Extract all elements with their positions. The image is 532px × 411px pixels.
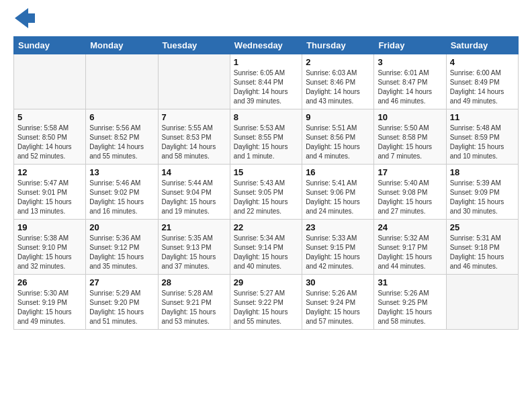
day-info: Sunrise: 5:27 AM Sunset: 9:22 PM Dayligh…: [234, 289, 298, 326]
day-number: 6: [89, 112, 154, 122]
day-info: Sunrise: 5:48 AM Sunset: 8:59 PM Dayligh…: [450, 124, 515, 161]
day-info: Sunrise: 6:03 AM Sunset: 8:46 PM Dayligh…: [306, 68, 370, 106]
day-number: 26: [17, 277, 82, 287]
svg-marker-0: [15, 8, 35, 28]
calendar-cell: [86, 54, 158, 109]
calendar-cell: 13Sunrise: 5:46 AM Sunset: 9:02 PM Dayli…: [86, 165, 158, 220]
day-number: 14: [162, 167, 226, 177]
day-number: 19: [17, 222, 82, 232]
calendar-week-3: 12Sunrise: 5:47 AM Sunset: 9:01 PM Dayli…: [14, 165, 519, 220]
calendar-cell: 9Sunrise: 5:51 AM Sunset: 8:56 PM Daylig…: [302, 109, 374, 165]
day-info: Sunrise: 5:26 AM Sunset: 9:25 PM Dayligh…: [378, 289, 442, 326]
day-number: 17: [378, 167, 442, 177]
day-info: Sunrise: 5:58 AM Sunset: 8:50 PM Dayligh…: [17, 124, 82, 161]
calendar-cell: 25Sunrise: 5:31 AM Sunset: 9:18 PM Dayli…: [446, 220, 518, 275]
calendar-cell: 24Sunrise: 5:32 AM Sunset: 9:17 PM Dayli…: [374, 220, 446, 275]
day-number: 13: [89, 167, 154, 177]
calendar-cell: 19Sunrise: 5:38 AM Sunset: 9:10 PM Dayli…: [14, 220, 86, 275]
day-info: Sunrise: 5:50 AM Sunset: 8:58 PM Dayligh…: [378, 124, 442, 161]
day-info: Sunrise: 5:46 AM Sunset: 9:02 PM Dayligh…: [89, 179, 154, 216]
logo-arrow-icon: [15, 8, 35, 28]
col-header-wednesday: Wednesday: [230, 37, 302, 54]
day-number: 29: [234, 277, 298, 287]
day-number: 18: [450, 167, 515, 177]
day-number: 11: [450, 112, 515, 122]
day-number: 15: [234, 167, 298, 177]
calendar-cell: 12Sunrise: 5:47 AM Sunset: 9:01 PM Dayli…: [14, 165, 86, 220]
day-number: 10: [378, 112, 442, 122]
day-number: 16: [306, 167, 370, 177]
day-info: Sunrise: 5:35 AM Sunset: 9:13 PM Dayligh…: [162, 234, 226, 271]
calendar-week-5: 26Sunrise: 5:30 AM Sunset: 9:19 PM Dayli…: [14, 275, 519, 330]
calendar-cell: 10Sunrise: 5:50 AM Sunset: 8:58 PM Dayli…: [374, 109, 446, 165]
day-info: Sunrise: 6:05 AM Sunset: 8:44 PM Dayligh…: [234, 68, 298, 106]
day-number: 21: [162, 222, 226, 232]
day-number: 27: [89, 277, 154, 287]
calendar-cell: 5Sunrise: 5:58 AM Sunset: 8:50 PM Daylig…: [14, 109, 86, 165]
day-info: Sunrise: 5:40 AM Sunset: 9:08 PM Dayligh…: [378, 179, 442, 216]
day-info: Sunrise: 6:01 AM Sunset: 8:47 PM Dayligh…: [378, 68, 442, 106]
calendar-cell: 17Sunrise: 5:40 AM Sunset: 9:08 PM Dayli…: [374, 165, 446, 220]
day-info: Sunrise: 5:33 AM Sunset: 9:15 PM Dayligh…: [306, 234, 370, 271]
day-info: Sunrise: 5:26 AM Sunset: 9:24 PM Dayligh…: [306, 289, 370, 326]
calendar-cell: 1Sunrise: 6:05 AM Sunset: 8:44 PM Daylig…: [230, 54, 302, 109]
calendar-cell: 30Sunrise: 5:26 AM Sunset: 9:24 PM Dayli…: [302, 275, 374, 330]
day-info: Sunrise: 5:53 AM Sunset: 8:55 PM Dayligh…: [234, 124, 298, 161]
calendar-cell: 26Sunrise: 5:30 AM Sunset: 9:19 PM Dayli…: [14, 275, 86, 330]
calendar-cell: 31Sunrise: 5:26 AM Sunset: 9:25 PM Dayli…: [374, 275, 446, 330]
calendar-cell: 22Sunrise: 5:34 AM Sunset: 9:14 PM Dayli…: [230, 220, 302, 275]
day-info: Sunrise: 5:43 AM Sunset: 9:05 PM Dayligh…: [234, 179, 298, 216]
calendar-cell: 4Sunrise: 6:00 AM Sunset: 8:49 PM Daylig…: [446, 54, 518, 109]
day-info: Sunrise: 6:00 AM Sunset: 8:49 PM Dayligh…: [450, 68, 515, 106]
col-header-monday: Monday: [86, 37, 158, 54]
day-info: Sunrise: 5:51 AM Sunset: 8:56 PM Dayligh…: [306, 124, 370, 161]
day-number: 23: [306, 222, 370, 232]
calendar-cell: 6Sunrise: 5:56 AM Sunset: 8:52 PM Daylig…: [86, 109, 158, 165]
calendar-cell: [158, 54, 230, 109]
calendar-cell: 18Sunrise: 5:39 AM Sunset: 9:09 PM Dayli…: [446, 165, 518, 220]
calendar-cell: 29Sunrise: 5:27 AM Sunset: 9:22 PM Dayli…: [230, 275, 302, 330]
day-info: Sunrise: 5:31 AM Sunset: 9:18 PM Dayligh…: [450, 234, 515, 271]
day-number: 20: [89, 222, 154, 232]
day-number: 1: [234, 57, 298, 67]
day-number: 9: [306, 112, 370, 122]
day-info: Sunrise: 5:36 AM Sunset: 9:12 PM Dayligh…: [89, 234, 154, 271]
calendar-cell: 3Sunrise: 6:01 AM Sunset: 8:47 PM Daylig…: [374, 54, 446, 109]
day-info: Sunrise: 5:32 AM Sunset: 9:17 PM Dayligh…: [378, 234, 442, 271]
day-number: 31: [378, 277, 442, 287]
day-number: 28: [162, 277, 226, 287]
day-number: 2: [306, 57, 370, 67]
day-info: Sunrise: 5:39 AM Sunset: 9:09 PM Dayligh…: [450, 179, 515, 216]
day-number: 24: [378, 222, 442, 232]
calendar-cell: 27Sunrise: 5:29 AM Sunset: 9:20 PM Dayli…: [86, 275, 158, 330]
calendar-cell: 28Sunrise: 5:28 AM Sunset: 9:21 PM Dayli…: [158, 275, 230, 330]
calendar-cell: [14, 54, 86, 109]
day-info: Sunrise: 5:30 AM Sunset: 9:19 PM Dayligh…: [17, 289, 82, 326]
calendar-cell: 20Sunrise: 5:36 AM Sunset: 9:12 PM Dayli…: [86, 220, 158, 275]
day-info: Sunrise: 5:29 AM Sunset: 9:20 PM Dayligh…: [89, 289, 154, 326]
calendar-cell: 21Sunrise: 5:35 AM Sunset: 9:13 PM Dayli…: [158, 220, 230, 275]
day-info: Sunrise: 5:28 AM Sunset: 9:21 PM Dayligh…: [162, 289, 226, 326]
calendar-week-1: 1Sunrise: 6:05 AM Sunset: 8:44 PM Daylig…: [14, 54, 519, 109]
day-info: Sunrise: 5:55 AM Sunset: 8:53 PM Dayligh…: [162, 124, 226, 161]
day-info: Sunrise: 5:56 AM Sunset: 8:52 PM Dayligh…: [89, 124, 154, 161]
day-number: 12: [17, 167, 82, 177]
day-info: Sunrise: 5:38 AM Sunset: 9:10 PM Dayligh…: [17, 234, 82, 271]
day-number: 3: [378, 57, 442, 67]
page-header: [13, 13, 519, 30]
day-info: Sunrise: 5:34 AM Sunset: 9:14 PM Dayligh…: [234, 234, 298, 271]
day-number: 25: [450, 222, 515, 232]
day-number: 5: [17, 112, 82, 122]
day-info: Sunrise: 5:44 AM Sunset: 9:04 PM Dayligh…: [162, 179, 226, 216]
calendar-week-4: 19Sunrise: 5:38 AM Sunset: 9:10 PM Dayli…: [14, 220, 519, 275]
day-info: Sunrise: 5:47 AM Sunset: 9:01 PM Dayligh…: [17, 179, 82, 216]
calendar-cell: 11Sunrise: 5:48 AM Sunset: 8:59 PM Dayli…: [446, 109, 518, 165]
calendar-cell: 8Sunrise: 5:53 AM Sunset: 8:55 PM Daylig…: [230, 109, 302, 165]
col-header-saturday: Saturday: [446, 37, 518, 54]
calendar-week-2: 5Sunrise: 5:58 AM Sunset: 8:50 PM Daylig…: [14, 109, 519, 165]
logo: [13, 13, 35, 30]
col-header-thursday: Thursday: [302, 37, 374, 54]
calendar-cell: 16Sunrise: 5:41 AM Sunset: 9:06 PM Dayli…: [302, 165, 374, 220]
calendar-cell: 2Sunrise: 6:03 AM Sunset: 8:46 PM Daylig…: [302, 54, 374, 109]
day-number: 4: [450, 57, 515, 67]
